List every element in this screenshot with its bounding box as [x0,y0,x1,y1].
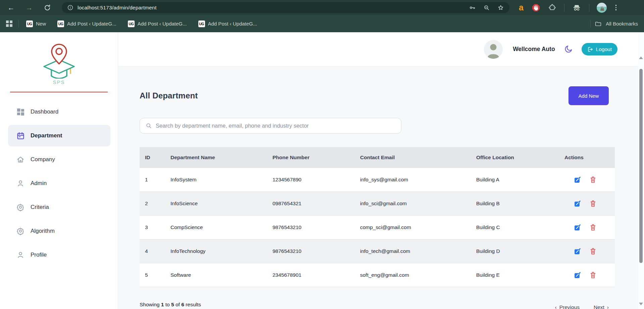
browser-profile-avatar[interactable] [597,3,607,13]
sidebar-item-label: Profile [31,252,47,258]
bookmark-star-icon[interactable] [497,4,504,11]
cell-id: 2 [145,201,170,207]
all-bookmarks-button[interactable]: All Bookmarks [590,20,638,28]
scrollbar-down-arrow-icon[interactable] [639,303,643,305]
folder-icon [595,20,602,27]
sidebar-item-criteria[interactable]: Criteria [8,196,110,218]
search-input[interactable] [156,123,396,129]
scrollbar[interactable] [638,32,644,309]
logout-button[interactable]: Logout [582,43,617,55]
sidebar-item-label: Dashboard [31,108,58,115]
summary-text: to [165,302,170,307]
department-table: ID Department Name Phone Number Contact … [140,147,615,287]
cell-email: comp_sci@gmail.com [360,224,476,230]
url-text: localhost:5173/admin/department [78,5,156,11]
sidebar-item-dashboard[interactable]: Dashboard [8,101,110,123]
delete-icon[interactable] [590,271,596,279]
table-row: 2 InfoScience 0987654321 info_sci@gmail.… [140,192,615,216]
search-box [140,118,401,134]
delete-icon[interactable] [590,224,596,231]
amazon-extension-icon[interactable]: a [519,3,524,12]
sidebar-item-label: Admin [31,180,47,187]
search-icon [146,123,152,129]
forward-icon[interactable]: → [23,2,35,13]
cell-name: InfoTechnology [170,248,273,254]
cell-id: 4 [145,248,170,254]
browser-toolbar: ← → localhost:5173/admin/department a [0,0,644,15]
cell-email: info_sci@gmail.com [360,201,476,207]
cell-id: 3 [145,224,170,230]
incognito-icon[interactable] [573,3,581,12]
sidebar-item-company[interactable]: Company [8,149,110,170]
home-icon [16,156,25,164]
scrollbar-up-arrow-icon[interactable] [639,56,643,59]
column-header: Actions [564,154,615,161]
reload-icon[interactable] [42,2,53,13]
edit-icon[interactable] [574,224,581,231]
sidebar-item-admin[interactable]: Admin [8,173,110,194]
sidebar-nav: Dashboard Department Company Admin [0,101,118,266]
app-logo: SPS [0,43,118,85]
cell-phone: 1234567890 [273,177,360,183]
table-header-row: ID Department Name Phone Number Contact … [140,147,615,168]
cell-office: Building A [476,177,564,183]
cell-email: soft_eng@gmail.com [360,272,476,278]
bookmark-item[interactable]: UG Add Post ‹ UpdateG... [198,20,257,27]
dark-mode-toggle[interactable] [564,45,573,54]
edit-icon[interactable] [574,176,581,183]
zoom-icon[interactable] [483,4,490,11]
summary-text: results [186,302,201,307]
person-icon [16,251,25,259]
gear-icon [16,203,25,211]
bookmark-item[interactable]: UG Add Post ‹ UpdateG... [128,20,187,27]
scrollbar-thumb[interactable] [639,69,643,263]
bookmarks-separator [18,20,19,28]
page-info-icon[interactable] [67,4,73,11]
results-summary: Showing 1 to 5 of 6 results [140,302,201,308]
cell-phone: 9876543210 [273,248,360,254]
extensions-puzzle-icon[interactable] [548,4,556,11]
delete-icon[interactable] [590,248,596,255]
table-footer: Showing 1 to 5 of 6 results ‹ Previous N… [140,302,609,309]
sidebar-item-algorithm[interactable]: Algorithm [8,220,110,242]
all-bookmarks-label: All Bookmarks [606,21,638,27]
column-header: Office Location [476,154,564,161]
cell-email: info_sys@gmail.com [360,177,476,183]
sidebar-item-label: Criteria [31,204,49,211]
summary-from: 1 [161,302,164,307]
sidebar-item-department[interactable]: Department [8,125,110,146]
ug-favicon: UG [198,20,205,27]
apps-grid-icon[interactable] [6,20,12,27]
table-row: 5 Software 2345678901 soft_eng@gmail.com… [140,263,615,287]
adblock-extension-icon[interactable] [532,3,540,12]
user-avatar [484,40,503,59]
sidebar-item-label: Company [31,156,55,163]
sidebar-item-label: Algorithm [31,228,55,234]
edit-icon[interactable] [574,272,581,279]
edit-icon[interactable] [574,248,581,255]
bookmark-label: Add Post ‹ UpdateG... [138,21,187,27]
bookmark-item[interactable]: UG Add Post ‹ UpdateG... [57,20,116,27]
bookmarks-bar: UG New UG Add Post ‹ UpdateG... UG Add P… [0,15,644,32]
gear-icon [16,227,25,235]
summary-text: Showing [140,302,159,307]
url-bar[interactable]: localhost:5173/admin/department [62,2,509,13]
browser-menu-icon[interactable] [614,3,618,12]
password-key-icon[interactable] [469,4,476,11]
next-button[interactable]: Next › [594,304,609,309]
previous-button[interactable]: ‹ Previous [555,304,579,309]
chevron-right-icon: › [607,304,609,309]
column-header: Department Name [170,154,273,161]
cell-phone: 0987654321 [273,201,360,207]
person-icon [16,179,25,187]
moon-icon [564,45,573,54]
bookmark-item[interactable]: UG New [26,20,46,27]
back-icon[interactable]: ← [5,2,17,13]
sidebar-item-profile[interactable]: Profile [8,244,110,266]
edit-icon[interactable] [574,200,581,207]
delete-icon[interactable] [590,176,596,183]
toolbar-separator [564,4,564,12]
delete-icon[interactable] [590,200,596,207]
cell-office: Building C [476,224,564,230]
add-new-button[interactable]: Add New [568,86,609,105]
